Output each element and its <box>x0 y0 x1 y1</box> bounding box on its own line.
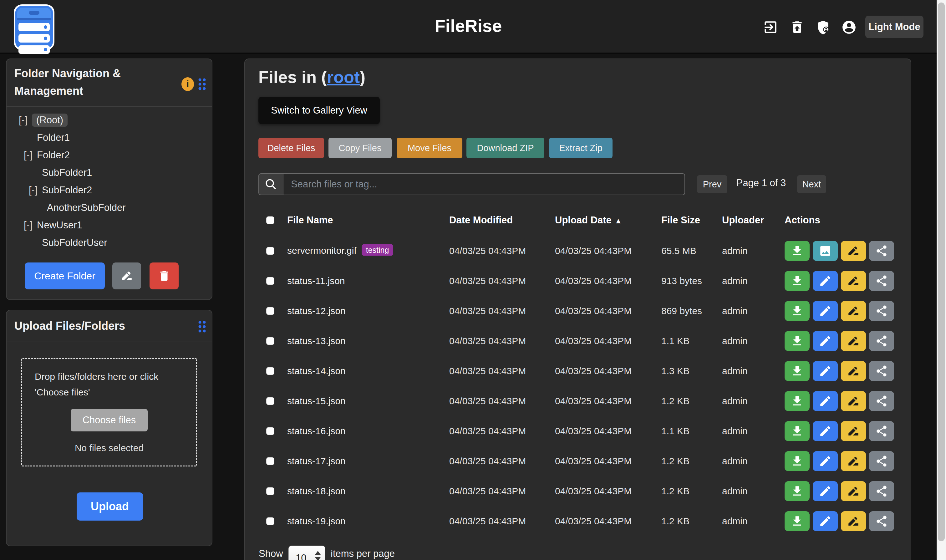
row-checkbox[interactable] <box>266 517 274 525</box>
file-name[interactable]: status-19.json <box>287 516 346 526</box>
col-upload-date[interactable]: Upload Date▲ <box>555 215 622 226</box>
share-button[interactable] <box>869 301 894 321</box>
file-name[interactable]: status-18.json <box>287 486 346 497</box>
col-date-modified[interactable]: Date Modified <box>449 215 513 226</box>
next-page-button[interactable]: Next <box>797 175 826 193</box>
file-name[interactable]: status-13.json <box>287 336 346 346</box>
row-checkbox[interactable] <box>266 247 274 255</box>
share-button[interactable] <box>869 361 894 381</box>
rename-tag-button[interactable] <box>841 331 866 351</box>
row-checkbox[interactable] <box>266 337 274 345</box>
edit-button[interactable] <box>813 481 838 501</box>
rename-tag-button[interactable] <box>841 301 866 321</box>
edit-button[interactable] <box>813 361 838 381</box>
rename-tag-button[interactable] <box>841 391 866 411</box>
create-folder-button[interactable]: Create Folder <box>25 263 105 289</box>
edit-button[interactable] <box>813 271 838 291</box>
row-checkbox[interactable] <box>266 277 274 285</box>
share-button[interactable] <box>869 481 894 501</box>
restore-trash-button[interactable] <box>789 19 806 36</box>
col-uploader[interactable]: Uploader <box>722 215 764 226</box>
edit-button[interactable] <box>813 331 838 351</box>
folder-label[interactable]: NewUser1 <box>37 220 82 231</box>
folder-label[interactable]: Folder2 <box>37 149 70 161</box>
admin-panel-button[interactable] <box>815 19 832 36</box>
file-name[interactable]: status-11.json <box>287 275 345 286</box>
download-button[interactable] <box>784 511 810 531</box>
rename-tag-button[interactable] <box>841 481 866 501</box>
row-checkbox[interactable] <box>266 367 274 375</box>
delete-folder-button[interactable] <box>149 263 178 289</box>
upload-button[interactable]: Upload <box>77 492 143 521</box>
prev-page-button[interactable]: Prev <box>697 175 728 193</box>
download-button[interactable] <box>784 391 810 411</box>
info-icon[interactable]: i <box>182 77 194 91</box>
download-button[interactable] <box>784 421 810 441</box>
rename-tag-button[interactable] <box>841 241 866 261</box>
rename-folder-button[interactable] <box>112 263 141 289</box>
edit-button[interactable] <box>813 391 838 411</box>
row-checkbox[interactable] <box>266 427 274 435</box>
file-name[interactable]: status-12.json <box>287 306 346 316</box>
switch-gallery-view-button[interactable]: Switch to Gallery View <box>258 97 380 124</box>
file-name[interactable]: status-15.json <box>287 396 346 406</box>
rename-tag-button[interactable] <box>841 451 866 471</box>
download-zip-button[interactable]: Download ZIP <box>466 138 545 158</box>
choose-files-button[interactable]: Choose files <box>71 409 148 431</box>
folder-tree-item[interactable]: [-]SubFolder2 <box>19 182 200 199</box>
extract-zip-button[interactable]: Extract Zip <box>549 138 612 158</box>
share-button[interactable] <box>869 241 894 261</box>
download-button[interactable] <box>784 481 810 501</box>
delete-files-button[interactable]: Delete Files <box>258 138 324 158</box>
file-dropzone[interactable]: Drop files/folders here or click 'Choose… <box>21 358 197 466</box>
folder-tree-item[interactable]: SubFolder1 <box>19 164 200 182</box>
download-button[interactable] <box>784 451 810 471</box>
select-all-checkbox[interactable] <box>266 217 274 224</box>
page-scrollbar-track[interactable] <box>937 0 946 560</box>
items-per-page-select[interactable]: 10 <box>288 546 325 560</box>
logout-button[interactable] <box>762 19 779 36</box>
file-name[interactable]: status-17.json <box>287 456 346 466</box>
file-name[interactable]: servermonitor.giftesting <box>287 245 393 257</box>
tree-expander[interactable]: [-] <box>19 114 32 126</box>
tree-expander[interactable]: [-] <box>29 185 42 196</box>
rename-tag-button[interactable] <box>841 361 866 381</box>
tree-expander[interactable]: [-] <box>24 220 37 231</box>
folder-label[interactable]: SubFolder1 <box>42 167 92 178</box>
download-button[interactable] <box>784 331 810 351</box>
share-button[interactable] <box>869 421 894 441</box>
share-button[interactable] <box>869 511 894 531</box>
row-checkbox[interactable] <box>266 488 274 495</box>
light-mode-toggle[interactable]: Light Mode <box>865 15 923 38</box>
share-button[interactable] <box>869 331 894 351</box>
drag-handle-icon[interactable] <box>198 320 206 334</box>
share-button[interactable] <box>869 391 894 411</box>
rename-tag-button[interactable] <box>841 421 866 441</box>
drag-handle-icon[interactable] <box>198 77 206 91</box>
folder-tree-item[interactable]: [-]NewUser1 <box>19 217 200 234</box>
folder-tree-item[interactable]: AnotherSubFolder <box>19 199 200 217</box>
edit-button[interactable] <box>813 421 838 441</box>
share-button[interactable] <box>869 451 894 471</box>
folder-label[interactable]: AnotherSubFolder <box>47 202 126 213</box>
folder-tree-item[interactable]: Folder1 <box>19 129 200 146</box>
folder-tree-item[interactable]: [-]Folder2 <box>19 146 200 164</box>
download-button[interactable] <box>784 301 810 321</box>
row-checkbox[interactable] <box>266 307 274 315</box>
file-name[interactable]: status-16.json <box>287 426 346 437</box>
edit-button[interactable] <box>813 511 838 531</box>
folder-tree-item[interactable]: [-](Root) <box>19 111 200 129</box>
file-name[interactable]: status-14.json <box>287 366 346 376</box>
download-button[interactable] <box>784 241 810 261</box>
row-checkbox[interactable] <box>266 397 274 405</box>
preview-button[interactable] <box>813 241 838 261</box>
share-button[interactable] <box>869 271 894 291</box>
row-checkbox[interactable] <box>266 457 274 465</box>
rename-tag-button[interactable] <box>841 271 866 291</box>
search-input[interactable] <box>283 173 685 195</box>
folder-label[interactable]: Folder1 <box>37 132 70 143</box>
tree-expander[interactable]: [-] <box>24 149 37 161</box>
move-files-button[interactable]: Move Files <box>397 138 462 158</box>
download-button[interactable] <box>784 361 810 381</box>
copy-files-button[interactable]: Copy Files <box>328 138 392 158</box>
